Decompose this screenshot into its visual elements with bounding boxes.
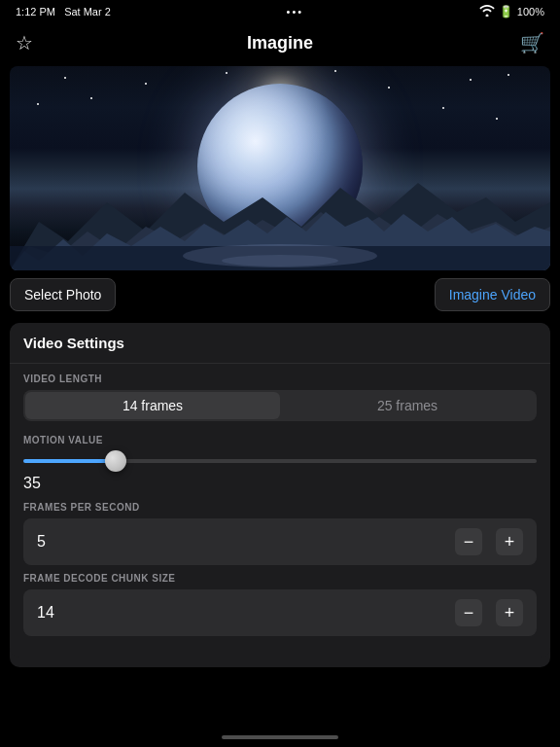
- chunk-size-label: FRAME DECODE CHUNK SIZE: [23, 573, 537, 584]
- chunk-value: 14: [37, 604, 54, 622]
- status-time: 1:12 PM: [16, 6, 55, 18]
- select-photo-button[interactable]: Select Photo: [10, 278, 116, 311]
- motion-value-display: 35: [23, 475, 537, 492]
- chunk-stepper-controls: − +: [455, 599, 523, 626]
- slider-wrapper[interactable]: [23, 451, 537, 471]
- status-bar: 1:12 PM Sat Mar 2 ••• 🔋 100%: [0, 0, 560, 23]
- chunk-decrement-button[interactable]: −: [455, 599, 482, 626]
- nav-title: Imagine: [247, 33, 313, 53]
- fps-value: 5: [37, 533, 46, 551]
- star-icon[interactable]: ☆: [16, 31, 33, 54]
- battery-percent: 100%: [517, 6, 544, 18]
- status-time-date: 1:12 PM Sat Mar 2: [16, 6, 111, 18]
- svg-point-5: [222, 255, 338, 267]
- battery-icon: 🔋: [499, 5, 513, 18]
- segment-14-frames[interactable]: 14 frames: [25, 392, 280, 419]
- video-settings-title: Video Settings: [23, 335, 124, 351]
- action-row: Select Photo Imagine Video: [0, 270, 560, 319]
- fps-increment-button[interactable]: +: [496, 528, 523, 555]
- fps-stepper-controls: − +: [455, 528, 523, 555]
- video-length-section: VIDEO LENGTH 14 frames 25 frames: [23, 374, 537, 421]
- home-indicator: [222, 735, 338, 739]
- imagine-video-button[interactable]: Imagine Video: [435, 278, 550, 311]
- fps-label: FRAMES PER SECOND: [23, 502, 537, 513]
- settings-section: VIDEO LENGTH 14 frames 25 frames MOTION …: [10, 364, 550, 658]
- scene-image: [10, 66, 550, 270]
- main-image-container: [10, 66, 550, 270]
- video-settings-header: Video Settings: [10, 323, 550, 364]
- motion-value-label: MOTION VALUE: [23, 435, 537, 445]
- motion-value-section: MOTION VALUE 35: [23, 435, 537, 492]
- slider-track: [23, 459, 537, 463]
- wifi-icon: [479, 5, 495, 18]
- chunk-increment-button[interactable]: +: [496, 599, 523, 626]
- segment-25-frames[interactable]: 25 frames: [280, 392, 535, 419]
- chunk-size-section: FRAME DECODE CHUNK SIZE 14 − +: [23, 573, 537, 636]
- slider-thumb[interactable]: [105, 450, 126, 472]
- video-settings-card: Video Settings VIDEO LENGTH 14 frames 25…: [10, 323, 550, 667]
- video-length-label: VIDEO LENGTH: [23, 374, 537, 384]
- fps-stepper-row: 5 − +: [23, 518, 537, 565]
- mountain-svg: [10, 154, 550, 270]
- nav-bar: ☆ Imagine 🛒: [0, 23, 560, 66]
- fps-decrement-button[interactable]: −: [455, 528, 482, 555]
- settings-container: Video Settings VIDEO LENGTH 14 frames 25…: [10, 323, 550, 667]
- cart-icon[interactable]: 🛒: [520, 31, 544, 54]
- chunk-stepper-row: 14 − +: [23, 589, 537, 636]
- status-right-icons: 🔋 100%: [479, 5, 544, 18]
- segmented-control[interactable]: 14 frames 25 frames: [23, 390, 537, 421]
- fps-section: FRAMES PER SECOND 5 − +: [23, 502, 537, 565]
- status-date: Sat Mar 2: [64, 6, 111, 18]
- status-dots: •••: [287, 6, 304, 18]
